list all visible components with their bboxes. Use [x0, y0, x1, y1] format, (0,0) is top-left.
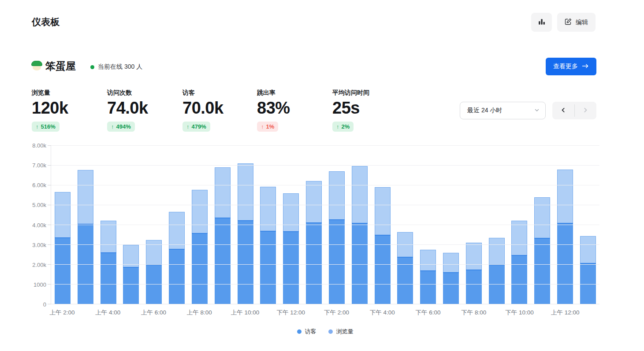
- y-axis-label: 1000: [34, 281, 46, 288]
- y-axis-label: 5.00k: [32, 202, 46, 208]
- visitors-bar: [192, 233, 208, 304]
- gridline: [51, 284, 599, 284]
- x-axis-label: 上午 4:00: [95, 309, 120, 317]
- stat-label: 浏览量: [32, 89, 68, 97]
- arrow-up-icon: ↑: [336, 123, 339, 130]
- y-axis-tick: [48, 304, 51, 304]
- stat-bounce-rate: 跳出率 83% ↑1%: [257, 89, 290, 132]
- visitors-bar: [466, 270, 482, 304]
- stat-delta: 1%: [266, 123, 275, 130]
- arrow-up-icon: ↑: [261, 123, 264, 130]
- y-axis-tick: [48, 264, 51, 265]
- y-axis-tick: [48, 145, 51, 146]
- y-axis-label: 2.00k: [32, 261, 46, 268]
- time-pager: [552, 102, 596, 119]
- x-axis-label: 上午 10:00: [231, 309, 260, 317]
- stat-value: 120k: [32, 99, 68, 118]
- chart-legend: 访客浏览量: [51, 328, 599, 336]
- gridline: [51, 264, 599, 265]
- legend-label: 访客: [305, 328, 316, 336]
- time-range-select[interactable]: 最近 24 小时: [460, 102, 546, 119]
- stat-label: 访问次数: [107, 89, 148, 97]
- gridline: [51, 205, 599, 205]
- stat-label: 跳出率: [257, 89, 290, 97]
- bar-chart-icon: [538, 18, 546, 27]
- legend-item[interactable]: 浏览量: [328, 328, 354, 336]
- y-axis-tick: [48, 165, 51, 166]
- visitors-bar: [55, 237, 71, 304]
- y-axis: 010002.00k3.00k4.00k5.00k6.00k7.00k8.00k: [0, 145, 46, 304]
- x-axis-label: 下午 4:00: [370, 309, 395, 317]
- visitors-bar: [78, 224, 93, 304]
- x-axis: 上午 2:00上午 4:00上午 6:00上午 8:00上午 10:00下午 1…: [51, 309, 599, 317]
- dashboard-page: 仪表板 编辑 笨蛋屋 当前在线 300 人 查看更多 浏览量 120k ↑516…: [0, 0, 644, 351]
- x-axis-label: 上午 2:00: [49, 309, 74, 317]
- edit-button[interactable]: 编辑: [557, 13, 596, 32]
- gridline: [51, 225, 599, 225]
- y-axis-tick: [48, 225, 51, 225]
- x-axis-label: 下午 10:00: [505, 309, 534, 317]
- arrow-right-icon: [582, 63, 589, 70]
- view-more-label: 查看更多: [553, 63, 578, 70]
- gridline: [51, 145, 599, 146]
- stat-delta: 516%: [41, 123, 56, 130]
- online-status-text: 当前在线 300 人: [98, 63, 142, 71]
- stat-visits: 访问次数 74.0k ↑494%: [107, 89, 148, 132]
- y-axis-tick: [48, 244, 51, 245]
- stat-avg-visit-time: 平均访问时间 25s ↑2%: [332, 89, 369, 132]
- edit-icon: [565, 18, 572, 26]
- legend-dot-icon: [328, 329, 333, 334]
- stat-delta: 2%: [342, 123, 350, 130]
- chevron-right-icon: [582, 107, 588, 115]
- y-axis-tick: [48, 284, 51, 284]
- edit-button-label: 编辑: [576, 18, 588, 26]
- view-more-button[interactable]: 查看更多: [546, 58, 596, 75]
- stat-value: 70.0k: [182, 99, 223, 118]
- visitors-bar: [260, 231, 276, 304]
- stat-delta-badge: ↑1%: [257, 122, 278, 132]
- stat-delta-badge: ↑494%: [107, 122, 135, 132]
- visitors-bar: [169, 249, 185, 304]
- stat-value: 83%: [257, 99, 290, 118]
- arrow-up-icon: ↑: [36, 123, 39, 130]
- visitors-bar: [101, 252, 116, 304]
- visitors-bar: [443, 272, 459, 304]
- legend-dot-icon: [297, 329, 302, 334]
- y-axis-label: 3.00k: [32, 241, 46, 248]
- gridline: [51, 244, 599, 245]
- legend-item[interactable]: 访客: [297, 328, 316, 336]
- x-axis-label: 上午 8:00: [187, 309, 212, 317]
- stat-delta: 494%: [116, 123, 131, 130]
- visitors-bar: [123, 267, 139, 304]
- x-axis-label: 下午 6:00: [415, 309, 440, 317]
- visitors-bar: [352, 223, 368, 304]
- stat-delta-badge: ↑2%: [332, 122, 354, 132]
- x-axis-label: 上午 12:00: [551, 309, 580, 317]
- x-axis-label: 下午 2:00: [324, 309, 349, 317]
- stat-label: 访客: [182, 89, 223, 97]
- chevron-down-icon: [534, 107, 540, 114]
- y-axis-label: 4.00k: [32, 222, 46, 228]
- stat-pageviews: 浏览量 120k ↑516%: [32, 89, 68, 132]
- prev-page-button[interactable]: [552, 102, 574, 119]
- visitors-bar: [329, 219, 345, 304]
- stat-delta: 479%: [192, 123, 206, 130]
- visitors-bar: [534, 238, 550, 304]
- stat-delta-badge: ↑516%: [32, 122, 60, 132]
- visitors-bar: [375, 235, 391, 304]
- arrow-up-icon: ↑: [111, 123, 114, 130]
- visitors-bar: [557, 223, 573, 304]
- next-page-button[interactable]: [575, 102, 597, 119]
- y-axis-tick: [48, 185, 51, 185]
- chevron-left-icon: [560, 107, 566, 115]
- time-range-value: 最近 24 小时: [467, 107, 502, 115]
- visitors-bar: [397, 257, 413, 304]
- site-name: 笨蛋屋: [45, 59, 76, 73]
- legend-label: 浏览量: [336, 328, 354, 336]
- gridline: [51, 185, 599, 185]
- visitors-bar: [580, 263, 596, 304]
- y-axis-label: 0: [43, 301, 46, 308]
- chart-view-button[interactable]: [531, 13, 552, 32]
- visitors-bar: [283, 231, 299, 304]
- visitors-bar: [306, 222, 322, 304]
